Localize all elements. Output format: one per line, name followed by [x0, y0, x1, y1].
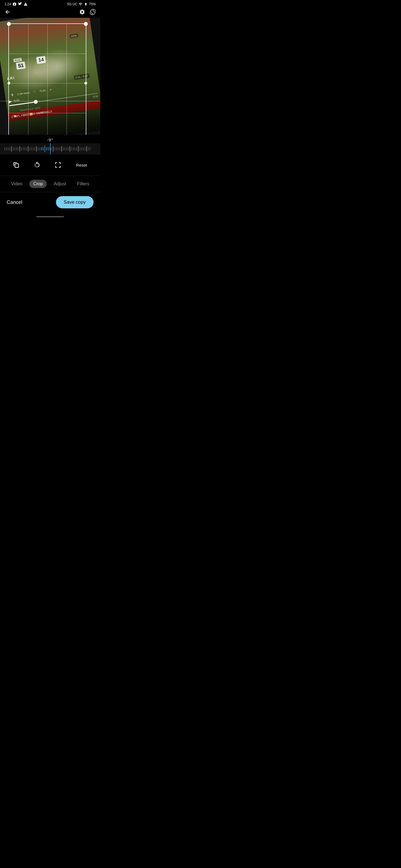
rotation-angle: -9°: [47, 137, 53, 142]
rotate-phone-button[interactable]: [90, 9, 96, 16]
signal-icon: [79, 2, 82, 6]
tick: [55, 147, 55, 151]
tick: [25, 147, 25, 151]
tick: [33, 147, 33, 151]
expand-crop-button[interactable]: [52, 159, 64, 171]
tab-bar: Video Crop Adjust Filters: [0, 176, 100, 192]
tick-major: [36, 146, 37, 152]
status-left: 1:24: [4, 2, 28, 6]
crop-handle-tl[interactable]: [7, 22, 11, 26]
tick: [9, 147, 10, 151]
svg-rect-0: [85, 3, 87, 5]
tick: [85, 147, 85, 151]
ruler-ticks: [0, 143, 95, 154]
tick-major: [11, 146, 12, 152]
warning-icon: [24, 2, 28, 6]
tick: [83, 147, 84, 151]
tick: [66, 147, 67, 151]
tools-bar: Reset: [0, 154, 100, 176]
tick: [26, 147, 27, 151]
twitter-icon: [18, 2, 22, 6]
crop-handle-tr[interactable]: [84, 22, 88, 26]
tick: [73, 147, 74, 151]
tick-major: [78, 146, 79, 152]
tick-major: [28, 146, 28, 152]
tick: [16, 147, 17, 151]
grid-v3: [66, 24, 67, 135]
tick: [75, 147, 75, 151]
tick-major: [53, 146, 54, 152]
network-display: 5G UC: [67, 2, 78, 6]
tick: [31, 147, 32, 151]
tick: [38, 147, 38, 151]
tick: [39, 147, 40, 151]
camera-icon: [12, 2, 17, 6]
tick: [80, 147, 80, 151]
tab-filters[interactable]: Filters: [73, 180, 93, 188]
tick: [71, 147, 72, 151]
settings-button[interactable]: [79, 9, 85, 16]
tick: [34, 147, 35, 151]
tick: [23, 147, 23, 151]
grid-lines: [9, 24, 86, 135]
status-bar: 1:24 5G UC 75%: [0, 0, 100, 7]
cancel-button[interactable]: Cancel: [7, 199, 22, 205]
rotation-line: [0, 101, 100, 101]
tick-active: [41, 147, 42, 151]
tick-major: [86, 146, 87, 152]
crop-handle-mr[interactable]: [84, 82, 87, 85]
tick: [60, 147, 60, 151]
tick-major-active: [45, 146, 45, 152]
tick: [13, 147, 13, 151]
tick: [21, 147, 22, 151]
top-toolbar: [0, 7, 100, 18]
tick: [30, 147, 30, 151]
tick-major: [69, 146, 70, 152]
tick: [6, 147, 7, 151]
tick: [15, 147, 15, 151]
battery-pct: 75%: [89, 2, 96, 6]
tab-video[interactable]: Video: [7, 180, 26, 188]
grid-v2: [47, 24, 48, 135]
tick: [63, 147, 63, 151]
tick: [90, 147, 90, 151]
crop-handle-ml[interactable]: [7, 82, 10, 85]
tick: [81, 147, 82, 151]
tick: [76, 147, 77, 151]
tick: [4, 147, 5, 151]
tab-adjust[interactable]: Adjust: [50, 180, 70, 188]
action-bar: Cancel Save copy: [0, 192, 100, 214]
rotation-ruler[interactable]: [0, 143, 100, 154]
time-display: 1:24: [4, 2, 11, 6]
home-indicator: [0, 214, 100, 218]
tick: [8, 147, 8, 151]
tick-active: [48, 147, 49, 151]
rotate-tilt-button[interactable]: [31, 159, 43, 171]
tab-crop[interactable]: Crop: [29, 180, 47, 188]
ruler-center-line: [50, 143, 51, 154]
tick: [51, 147, 52, 151]
edit-area: prime ARI 🏈 NFL • ARIZONA CARDINALS 51 R…: [0, 18, 100, 135]
tick: [65, 147, 65, 151]
tick: [58, 147, 58, 151]
back-button[interactable]: [4, 9, 10, 16]
crop-grid[interactable]: [8, 23, 86, 135]
tick: [18, 147, 18, 151]
top-toolbar-right: [79, 9, 96, 16]
angle-display: -9°: [0, 135, 100, 143]
tick: [88, 147, 89, 151]
battery-icon: [84, 2, 88, 6]
status-right: 5G UC 75%: [67, 2, 96, 6]
tick: [56, 147, 57, 151]
grid-v1: [28, 24, 28, 135]
tick-major: [61, 146, 62, 152]
tick: [68, 147, 68, 151]
save-copy-button[interactable]: Save copy: [56, 196, 93, 208]
home-bar: [36, 216, 64, 217]
reset-button[interactable]: Reset: [73, 160, 90, 170]
aspect-ratio-button[interactable]: [10, 159, 22, 171]
tick-active: [43, 147, 44, 151]
tick-active: [46, 147, 47, 151]
tick-major: [20, 146, 20, 152]
